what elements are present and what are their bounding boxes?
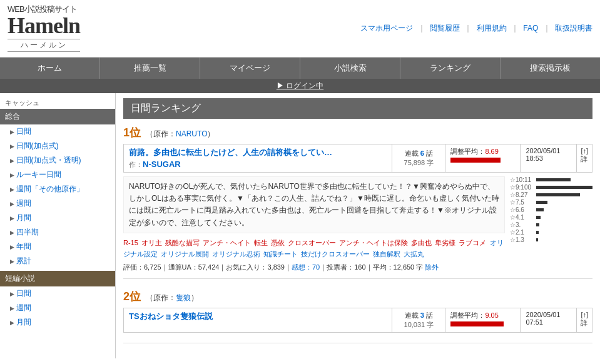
cache-label: キャッシュ xyxy=(0,96,115,109)
sidebar-item-short-weekly[interactable]: 週間 xyxy=(0,301,115,315)
page-title: 日間ランキング xyxy=(123,98,592,119)
nav-board[interactable]: 搜索掲示板 xyxy=(501,58,600,79)
star-bar-75 xyxy=(536,201,547,204)
tag-knowledge-cheat[interactable]: 知識チート xyxy=(263,250,298,258)
rank-header-2: 2位 （原作：隻狼） xyxy=(123,289,592,304)
rank-title-link-1[interactable]: 前路。多由也に転生したけど、人生の詰将棋をしてい… xyxy=(129,148,332,157)
star-bar-21 xyxy=(536,231,539,234)
tag-ori-develop[interactable]: オリジナル展開 xyxy=(161,250,209,258)
tag-romcom[interactable]: ラブコメ xyxy=(459,239,486,246)
main-layout: キャッシュ 総合 日間 日間(加点式) 日間(加点式・透明) ルーキー日間 週間… xyxy=(0,93,600,358)
rank-stats-2: 連載 3 話 10,031 字 xyxy=(392,308,445,332)
tag-crossover[interactable]: クロスオーバー xyxy=(288,239,336,246)
rank-score-cell-2: 調整平均：9.05 xyxy=(445,308,520,332)
tag-ori-jutsu[interactable]: オリジナル忍術 xyxy=(212,250,260,258)
rank-title-cell-2: TSおねショタ隻狼伝説 xyxy=(124,308,392,332)
sidebar-item-monthly[interactable]: 月間 xyxy=(0,211,115,225)
star-row-75: ☆7.5 xyxy=(510,199,592,206)
smartphone-link[interactable]: スマホ用ページ xyxy=(360,24,413,33)
faq-link[interactable]: FAQ xyxy=(523,24,538,33)
tag-original-interp[interactable]: 独自解釈 xyxy=(373,250,400,258)
nav-mypage[interactable]: マイページ xyxy=(200,58,300,79)
rank-info-row-1: 前路。多由也に転生したけど、人生の詰将棋をしてい… 作：N-SUGAR 連載 6… xyxy=(123,144,592,173)
tag-antihate[interactable]: アンチ・ヘイト xyxy=(203,239,251,246)
rank-time-1: 18:53 xyxy=(526,154,571,162)
logo-area: WEB小説投稿サイト Hameln ハーメルン xyxy=(8,5,80,52)
rank-date-cell-1: 2020/05/01 18:53 xyxy=(520,144,576,172)
tag-possess[interactable]: 憑依 xyxy=(271,239,285,246)
sep2: ｜ xyxy=(464,24,474,33)
manual-link[interactable]: 取扱説明書 xyxy=(555,24,592,33)
author-link-1[interactable]: N-SUGAR xyxy=(143,159,181,169)
sidebar-item-weekly[interactable]: 週間 xyxy=(0,196,115,211)
sidebar-item-short-monthly[interactable]: 月間 xyxy=(0,315,115,330)
series-num-link-1[interactable]: 6 xyxy=(420,149,424,157)
score-label-1: 調整平均：8.69 xyxy=(450,147,515,156)
sidebar-item-daily-points[interactable]: 日間(加点式) xyxy=(0,139,115,153)
tag-daikatsu[interactable]: 大拡丸 xyxy=(404,250,424,258)
star-bar-3 xyxy=(536,223,539,226)
series-info-2: 連載 3 話 xyxy=(405,311,433,320)
tags-1: R-15 オリ主 残酷な描写 アンチ・ヘイト 転生 憑依 クロスオーバー アンチ… xyxy=(123,237,505,260)
login-link[interactable]: ▶ ログイン中 xyxy=(277,81,323,90)
sep3: ｜ xyxy=(511,24,521,33)
tag-hizetsusama[interactable]: 卑劣様 xyxy=(435,239,455,246)
sidebar-item-rookie-daily[interactable]: ルーキー日間 xyxy=(0,168,115,182)
logo-kana: ハーメルン xyxy=(8,39,80,52)
chars-1: 75,898 字 xyxy=(404,158,434,168)
rank-stats-1: 連載 6 話 75,898 字 xyxy=(392,144,445,172)
star-bar-10 xyxy=(536,178,571,181)
sidebar-section-sogo: 総合 xyxy=(0,109,115,124)
score-bar-1 xyxy=(450,158,501,163)
header: WEB小説投稿サイト Hameln ハーメルン スマホ用ページ ｜ 閲覧履歴 ｜… xyxy=(0,0,600,58)
original-work-link-1[interactable]: NARUTO xyxy=(176,129,207,138)
terms-link[interactable]: 利用規約 xyxy=(477,24,507,33)
tag-ori[interactable]: オリ主 xyxy=(141,239,162,246)
nav-search[interactable]: 小説検索 xyxy=(300,58,400,79)
sidebar-item-quarterly[interactable]: 四半期 xyxy=(0,225,115,240)
tag-violent[interactable]: 残酷な描写 xyxy=(165,239,200,246)
sidebar-section-short: 短編小説 xyxy=(0,271,115,286)
content-area: 日間ランキング 1位 （原作：NARUTO） 前路。多由也に転生したけど、人生の… xyxy=(116,93,600,358)
exclude-link-1[interactable]: 除外 xyxy=(425,263,439,271)
sidebar-item-daily[interactable]: 日間 xyxy=(0,124,115,139)
logo-block: WEB小説投稿サイト Hameln ハーメルン xyxy=(8,5,80,52)
sidebar-item-daily-points-clear[interactable]: 日間(加点式・透明) xyxy=(0,153,115,168)
sidebar-item-short-daily[interactable]: 日間 xyxy=(0,286,115,301)
tag-tech-crossover[interactable]: 技だけクロスオーバー xyxy=(301,250,370,258)
tag-reincarnation[interactable]: 転生 xyxy=(254,239,268,246)
sidebar-item-cumulative[interactable]: 累計 xyxy=(0,254,115,268)
comments-link-1[interactable]: 感想：70 xyxy=(292,263,320,271)
sidebar-item-yearly[interactable]: 年間 xyxy=(0,240,115,254)
chars-2: 10,031 字 xyxy=(404,320,434,330)
rank-date-1: 2020/05/01 xyxy=(526,147,571,154)
login-bar: ▶ ログイン中 xyxy=(0,79,600,93)
sep4: ｜ xyxy=(543,24,552,33)
tag-r15[interactable]: R-15 xyxy=(123,239,138,246)
tag-antihate2[interactable]: アンチ・ヘイトは保険 xyxy=(339,239,408,246)
score-bar-2 xyxy=(450,321,504,326)
nav-recommendations[interactable]: 推薦一覧 xyxy=(100,58,200,79)
original-work-link-2[interactable]: 隻狼 xyxy=(176,293,191,302)
rank-title-link-2[interactable]: TSおねショタ隻狼伝説 xyxy=(129,311,213,321)
rank-icon-cell-2: [↑]詳 xyxy=(576,308,592,332)
series-num-link-2[interactable]: 3 xyxy=(420,311,424,319)
ranking-item-2: 2位 （原作：隻狼） TSおねショタ隻狼伝説 連載 3 話 10,031 字 xyxy=(123,289,592,343)
header-links: スマホ用ページ ｜ 閲覧履歴 ｜ 利用規約 ｜ FAQ ｜ 取扱説明書 xyxy=(360,23,592,34)
tag-tayuya[interactable]: 多由也 xyxy=(411,239,432,246)
star-bar-41 xyxy=(536,216,541,219)
sidebar: キャッシュ 総合 日間 日間(加点式) 日間(加点式・透明) ルーキー日間 週間… xyxy=(0,93,116,358)
nav-ranking[interactable]: ランキング xyxy=(400,58,501,79)
rank-author-1: 作：N-SUGAR xyxy=(129,159,387,169)
star-row-8: ☆8.27 xyxy=(510,191,592,198)
star-bar-13 xyxy=(536,238,538,241)
rank-header-1: 1位 （原作：NARUTO） xyxy=(123,125,592,140)
sidebar-item-weekly-other[interactable]: 週間「その他原作」 xyxy=(0,182,115,196)
nav-home[interactable]: ホーム xyxy=(0,58,100,79)
history-link[interactable]: 閲覧履歴 xyxy=(430,24,460,33)
original-label-1: （原作：NARUTO） xyxy=(146,129,215,139)
star-row-10: ☆10:11 xyxy=(510,176,592,183)
sep1: ｜ xyxy=(418,24,427,33)
rank-title-cell-1: 前路。多由也に転生したけど、人生の詰将棋をしてい… 作：N-SUGAR xyxy=(124,144,392,172)
star-row-66: ☆6.6 xyxy=(510,206,592,213)
